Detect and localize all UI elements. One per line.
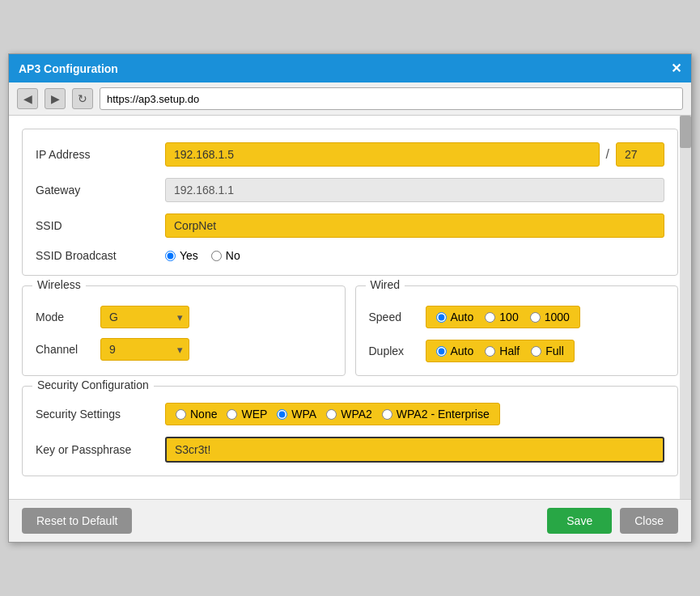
main-content: IP Address / — [9, 116, 691, 499]
ssid-input[interactable] — [165, 213, 664, 238]
ssid-broadcast-label: SSID Broadcast — [36, 249, 165, 262]
security-wpa2-label: WPA2 — [341, 408, 372, 421]
duplex-auto[interactable]: Auto — [436, 344, 474, 357]
speed-label: Speed — [369, 311, 426, 323]
speed-auto-label: Auto — [451, 311, 474, 323]
window-close-button[interactable]: ✕ — [671, 61, 681, 76]
mode-select[interactable]: A B G N — [100, 306, 189, 328]
speed-1000[interactable]: 1000 — [530, 311, 570, 323]
close-button[interactable]: Close — [620, 508, 678, 534]
security-wep-label: WEP — [241, 408, 267, 421]
duplex-label: Duplex — [369, 344, 426, 357]
wireless-section-label: Wireless — [32, 278, 86, 291]
ssid-broadcast-row: SSID Broadcast Yes No — [36, 249, 664, 262]
mode-select-wrapper: A B G N — [100, 306, 189, 328]
ip-address-input[interactable] — [165, 142, 600, 167]
channel-label: Channel — [36, 343, 100, 356]
refresh-button[interactable]: ↻ — [72, 88, 93, 109]
duplex-row: Duplex Auto Half — [369, 340, 665, 362]
speed-100[interactable]: 100 — [485, 311, 518, 323]
security-wep-radio[interactable] — [227, 409, 237, 420]
ssid-broadcast-options: Yes No — [165, 249, 664, 262]
bottom-bar: Reset to Default Save Close — [9, 499, 691, 542]
scrollbar-thumb[interactable] — [680, 116, 691, 148]
speed-auto[interactable]: Auto — [436, 311, 474, 323]
speed-row: Speed Auto 100 — [369, 306, 665, 328]
duplex-full-label: Full — [545, 344, 564, 357]
scrollbar-track[interactable] — [680, 116, 691, 499]
ssid-broadcast-yes[interactable]: Yes — [165, 249, 198, 262]
refresh-icon: ↻ — [78, 92, 87, 105]
security-none[interactable]: None — [176, 408, 217, 421]
wired-box: Wired Speed Auto 100 — [355, 285, 679, 376]
gateway-label: Gateway — [36, 184, 165, 197]
content-area: IP Address / — [9, 116, 691, 499]
duplex-full-radio[interactable] — [531, 346, 541, 357]
ip-prefix-input[interactable] — [616, 142, 664, 167]
security-settings-label: Security Settings — [36, 408, 165, 421]
back-button[interactable]: ◀ — [17, 88, 38, 109]
security-wpa-label: WPA — [291, 408, 316, 421]
action-buttons: Save Close — [547, 508, 678, 534]
window-title: AP3 Configuration — [19, 62, 118, 75]
save-button[interactable]: Save — [547, 508, 612, 534]
duplex-full[interactable]: Full — [531, 344, 564, 357]
forward-button[interactable]: ▶ — [45, 88, 66, 109]
security-wpa2[interactable]: WPA2 — [326, 408, 372, 421]
duplex-half[interactable]: Half — [485, 344, 520, 357]
wireless-box: Wireless Mode A B G N C — [22, 285, 346, 376]
channel-row: Channel 1234 5678 91011 — [36, 338, 332, 361]
duplex-half-label: Half — [499, 344, 520, 357]
security-settings-row: Security Settings None WEP — [36, 403, 664, 425]
reset-to-default-button[interactable]: Reset to Default — [22, 508, 132, 534]
speed-1000-radio[interactable] — [530, 312, 541, 323]
security-wpa[interactable]: WPA — [277, 408, 316, 421]
security-wpa2-radio[interactable] — [326, 409, 337, 420]
mode-row: Mode A B G N — [36, 306, 332, 328]
security-none-radio[interactable] — [176, 409, 186, 420]
speed-1000-label: 1000 — [545, 311, 570, 323]
forward-icon: ▶ — [51, 92, 60, 105]
security-wpa-radio[interactable] — [277, 409, 287, 420]
gateway-row: Gateway — [36, 178, 664, 202]
back-icon: ◀ — [23, 92, 32, 105]
speed-100-radio[interactable] — [485, 312, 495, 323]
security-wpa2-enterprise-radio[interactable] — [382, 409, 392, 420]
ssid-row: SSID — [36, 213, 664, 238]
ssid-broadcast-no[interactable]: No — [211, 249, 240, 262]
duplex-options: Auto Half Full — [426, 340, 575, 362]
titlebar: AP3 Configuration ✕ — [9, 54, 691, 82]
ssid-broadcast-yes-radio[interactable] — [165, 251, 176, 261]
duplex-half-radio[interactable] — [485, 346, 495, 357]
wired-section-label: Wired — [366, 278, 405, 291]
security-wpa2-enterprise-label: WPA2 - Enterprise — [397, 408, 490, 421]
passphrase-label: Key or Passphrase — [36, 443, 165, 456]
ssid-broadcast-no-label: No — [226, 249, 240, 262]
channel-select[interactable]: 1234 5678 91011 — [100, 338, 189, 361]
ip-address-label: IP Address — [36, 148, 165, 161]
ssid-broadcast-yes-label: Yes — [180, 249, 198, 262]
speed-auto-radio[interactable] — [436, 312, 447, 323]
ssid-broadcast-no-radio[interactable] — [211, 251, 222, 261]
security-section: Security Configuration Security Settings… — [22, 386, 678, 476]
gateway-input[interactable] — [165, 178, 664, 202]
passphrase-row: Key or Passphrase — [36, 437, 664, 463]
security-section-label: Security Configuration — [32, 378, 154, 391]
ap3-config-window: AP3 Configuration ✕ ◀ ▶ ↻ IP Address — [8, 53, 692, 543]
security-none-label: None — [190, 408, 217, 421]
wireless-wired-section: Wireless Mode A B G N C — [22, 285, 678, 376]
ip-address-value: / — [165, 142, 664, 167]
duplex-auto-radio[interactable] — [436, 346, 447, 357]
url-input[interactable] — [100, 87, 683, 110]
ip-address-row: IP Address / — [36, 142, 664, 167]
security-wpa2-enterprise[interactable]: WPA2 - Enterprise — [382, 408, 490, 421]
security-options: None WEP WPA — [165, 403, 500, 425]
ssid-label: SSID — [36, 219, 165, 232]
mode-label: Mode — [36, 311, 100, 323]
speed-options: Auto 100 1000 — [426, 306, 580, 328]
channel-select-wrapper: 1234 5678 91011 — [100, 338, 189, 361]
toolbar: ◀ ▶ ↻ — [9, 82, 691, 116]
security-wep[interactable]: WEP — [227, 408, 267, 421]
ip-slash: / — [606, 147, 609, 162]
passphrase-input[interactable] — [165, 437, 664, 463]
